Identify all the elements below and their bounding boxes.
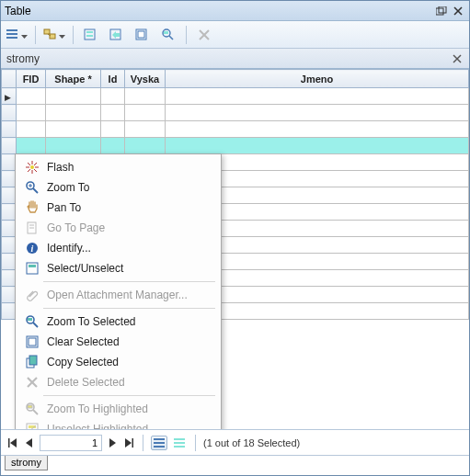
column-header[interactable]: Vyska xyxy=(125,70,166,88)
svg-point-54 xyxy=(27,403,34,411)
menu-item-unselhl: Unselect Highlighted xyxy=(17,419,219,429)
cell[interactable] xyxy=(17,121,46,138)
select-by-attributes-button[interactable] xyxy=(80,24,102,46)
record-number-input[interactable] xyxy=(40,435,102,451)
menu-item-copysel[interactable]: Copy Selected xyxy=(17,352,219,372)
cell[interactable] xyxy=(166,138,469,154)
cell[interactable] xyxy=(101,88,125,105)
table-row[interactable] xyxy=(2,138,469,154)
svg-rect-64 xyxy=(8,438,10,448)
row-header[interactable] xyxy=(2,121,17,138)
separator xyxy=(186,26,187,44)
svg-line-32 xyxy=(34,169,37,172)
menu-item-label: Delete Selected xyxy=(47,376,125,389)
row-context-menu: FlashZoom ToPan ToGo To PageiIdentify...… xyxy=(15,153,222,429)
select-icon xyxy=(23,261,41,276)
cell[interactable] xyxy=(46,138,101,154)
cell[interactable] xyxy=(166,88,469,105)
tab-close-icon[interactable] xyxy=(451,52,464,65)
svg-point-41 xyxy=(27,243,38,254)
cell[interactable] xyxy=(101,105,125,121)
restore-window-icon[interactable] xyxy=(434,5,449,17)
cell[interactable] xyxy=(46,105,101,121)
close-window-icon[interactable] xyxy=(451,5,465,17)
switch-selection-button[interactable] xyxy=(106,24,128,46)
separator xyxy=(73,26,74,44)
column-header[interactable]: FID xyxy=(17,70,46,88)
related-tables-button[interactable] xyxy=(42,24,66,46)
cell[interactable] xyxy=(166,121,469,138)
cell[interactable] xyxy=(17,138,46,154)
cell[interactable] xyxy=(101,138,125,154)
svg-rect-72 xyxy=(154,446,165,448)
bottom-tab[interactable]: stromy xyxy=(5,456,48,470)
menu-item-label: Unselect Highlighted xyxy=(47,423,148,429)
attachment-icon xyxy=(23,288,41,302)
svg-point-33 xyxy=(30,165,34,169)
prev-record-button[interactable] xyxy=(23,436,36,450)
table-tab-label: stromy xyxy=(6,52,451,65)
cell[interactable] xyxy=(101,121,125,138)
menu-item-label: Open Attachment Manager... xyxy=(47,289,188,301)
cell[interactable] xyxy=(125,121,166,138)
row-header-corner xyxy=(2,70,17,88)
column-header[interactable]: Id xyxy=(101,70,125,88)
menu-item-label: Identify... xyxy=(47,242,91,255)
show-selected-records-button[interactable] xyxy=(171,436,188,450)
list-options-button[interactable] xyxy=(5,24,29,46)
clear-selection-button[interactable] xyxy=(132,24,154,46)
dropdown-icon xyxy=(21,28,28,41)
row-header[interactable]: ▶ xyxy=(2,88,17,105)
menu-item-label: Select/Unselect xyxy=(47,262,123,275)
cell[interactable] xyxy=(166,105,469,121)
svg-line-2 xyxy=(454,7,462,15)
cell[interactable] xyxy=(125,138,166,154)
table-row[interactable] xyxy=(2,121,469,138)
menu-item-flash[interactable]: Flash xyxy=(17,157,219,177)
last-record-button[interactable] xyxy=(122,436,135,450)
svg-line-55 xyxy=(33,410,38,414)
menu-item-clearsel[interactable]: Clear Selected xyxy=(17,332,219,352)
column-header[interactable]: Jmeno xyxy=(166,70,469,88)
menu-item-selunsel[interactable]: Select/Unselect xyxy=(17,258,219,278)
table-row[interactable]: ▶ xyxy=(2,88,469,105)
svg-rect-0 xyxy=(436,8,443,15)
menu-item-zoomto[interactable]: Zoom To xyxy=(17,177,219,198)
cell[interactable] xyxy=(125,88,166,105)
svg-rect-13 xyxy=(86,31,93,33)
cell[interactable] xyxy=(46,88,101,105)
copy-icon xyxy=(23,355,41,369)
row-header[interactable] xyxy=(2,138,17,154)
svg-line-19 xyxy=(169,36,173,40)
svg-line-30 xyxy=(34,163,37,165)
svg-line-59 xyxy=(29,425,36,429)
svg-line-24 xyxy=(453,55,461,62)
menu-separator xyxy=(43,395,215,396)
svg-line-22 xyxy=(200,30,209,40)
svg-rect-57 xyxy=(27,424,38,429)
menu-item-panto[interactable]: Pan To xyxy=(17,198,219,218)
bottom-tabs: stromy xyxy=(1,455,469,475)
cell[interactable] xyxy=(17,105,46,121)
menu-item-gotopage: Go To Page xyxy=(17,218,219,238)
zoom-selected-toolbar-button[interactable] xyxy=(157,24,179,46)
svg-rect-14 xyxy=(86,35,93,37)
show-all-records-button[interactable] xyxy=(151,436,167,450)
menu-item-label: Zoom To xyxy=(47,181,89,194)
menu-item-label: Flash xyxy=(47,161,74,174)
row-header[interactable] xyxy=(2,105,17,121)
svg-marker-67 xyxy=(109,438,116,448)
svg-point-18 xyxy=(163,29,170,37)
menu-item-zoomsel[interactable]: Zoom To Selected xyxy=(17,312,219,332)
zoom-to-icon xyxy=(23,180,41,195)
next-record-button[interactable] xyxy=(106,436,119,450)
table-row[interactable] xyxy=(2,105,469,121)
cell[interactable] xyxy=(17,88,46,105)
selection-status: (1 out of 18 Selected) xyxy=(203,437,300,448)
first-record-button[interactable] xyxy=(6,436,19,450)
menu-item-identify[interactable]: iIdentify... xyxy=(17,238,219,258)
column-header[interactable]: Shape * xyxy=(46,70,101,88)
cell[interactable] xyxy=(46,121,101,138)
cell[interactable] xyxy=(125,105,166,121)
pan-icon xyxy=(23,200,41,215)
